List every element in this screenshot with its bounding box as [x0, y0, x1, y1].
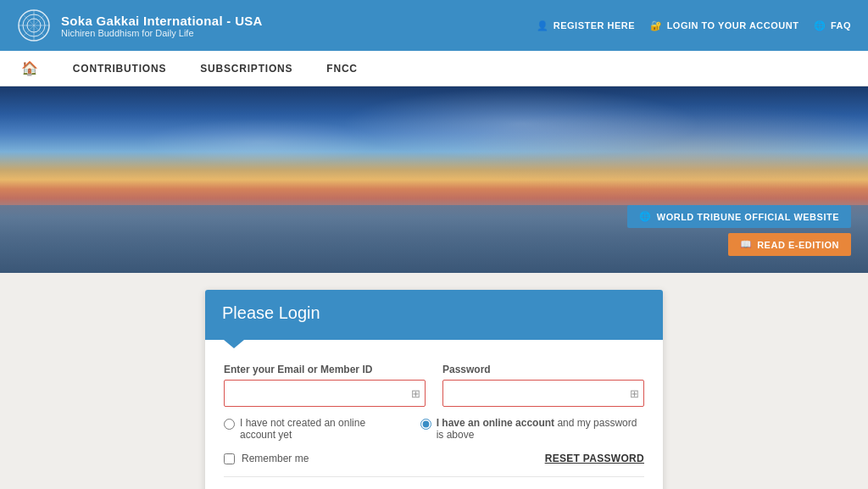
password-input[interactable] [442, 380, 644, 407]
register-label: REGISTER HERE [554, 20, 635, 31]
nav-fncc[interactable]: FNCC [322, 53, 362, 85]
world-tribune-button[interactable]: 🌐 WORLD TRIBUNE OFFICIAL WEBSITE [627, 205, 851, 228]
no-account-option[interactable]: I have not created an online account yet [224, 417, 395, 441]
login-title: Please Login [222, 303, 646, 323]
world-tribune-label: WORLD TRIBUNE OFFICIAL WEBSITE [657, 212, 839, 222]
email-label: Enter your Email or Member ID [224, 364, 426, 375]
globe-small-icon: 🌐 [639, 211, 652, 222]
org-subtitle: Nichiren Buddhism for Daily Life [61, 28, 263, 38]
login-card-header: Please Login [205, 290, 663, 340]
account-status-group: I have not created an online account yet… [224, 417, 644, 441]
login-link[interactable]: 🔐 LOGIN TO YOUR ACCOUNT [650, 20, 798, 31]
header-left: Soka Gakkai International - USA Nichiren… [17, 8, 263, 42]
read-edition-label: READ E-EDITION [757, 240, 839, 250]
login-icon: 🔐 [650, 20, 663, 31]
book-icon: 📖 [740, 239, 753, 250]
login-label: LOGIN TO YOUR ACCOUNT [667, 20, 799, 31]
no-account-radio[interactable] [224, 419, 235, 430]
header: Soka Gakkai International - USA Nichiren… [0, 0, 868, 51]
remember-me-label[interactable]: Remember me [242, 453, 309, 464]
password-label: Password [442, 364, 644, 375]
reset-password-link[interactable]: RESET PASSWORD [545, 453, 644, 464]
remember-me-checkbox[interactable] [224, 453, 235, 464]
faq-link[interactable]: 🌐 FAQ [814, 20, 851, 31]
has-account-option[interactable]: I have an online account and my password… [420, 417, 644, 441]
org-title: Soka Gakkai International - USA Nichiren… [61, 14, 263, 38]
hero-image: 🌐 WORLD TRIBUNE OFFICIAL WEBSITE 📖 READ … [0, 86, 868, 273]
login-body: Enter your Email or Member ID ⊞ Password… [205, 340, 663, 489]
remember-reset-row: Remember me RESET PASSWORD [224, 453, 644, 477]
main-content: Please Login Enter your Email or Member … [0, 273, 868, 489]
no-account-label: I have not created an online account yet [240, 417, 395, 441]
nav-subscriptions[interactable]: SUBSCRIPTIONS [196, 53, 297, 85]
has-account-label: I have an online account and my password… [437, 417, 644, 441]
email-input[interactable] [224, 380, 426, 407]
nav-home[interactable]: 🏠 [17, 50, 43, 86]
faq-label: FAQ [831, 20, 851, 31]
read-edition-button[interactable]: 📖 READ E-EDITION [728, 233, 851, 256]
password-group: Password ⊞ [442, 364, 644, 407]
nav-contributions[interactable]: CONTRIBUTIONS [69, 53, 170, 85]
login-card: Please Login Enter your Email or Member … [205, 290, 663, 489]
password-input-wrapper: ⊞ [442, 380, 644, 407]
credentials-row: Enter your Email or Member ID ⊞ Password… [224, 364, 644, 407]
main-nav: 🏠 CONTRIBUTIONS SUBSCRIPTIONS FNCC [0, 51, 868, 86]
person-icon: 👤 [537, 20, 549, 31]
logo-icon [17, 8, 51, 42]
remember-me-group: Remember me [224, 453, 309, 464]
header-nav: 👤 REGISTER HERE 🔐 LOGIN TO YOUR ACCOUNT … [537, 20, 851, 31]
email-icon: ⊞ [411, 387, 420, 400]
globe-icon: 🌐 [814, 20, 826, 31]
has-account-radio[interactable] [420, 419, 431, 430]
register-link[interactable]: 👤 REGISTER HERE [537, 20, 635, 31]
org-name: Soka Gakkai International - USA [61, 14, 263, 28]
hero-buttons: 🌐 WORLD TRIBUNE OFFICIAL WEBSITE 📖 READ … [627, 205, 851, 256]
password-icon: ⊞ [630, 387, 639, 400]
email-group: Enter your Email or Member ID ⊞ [224, 364, 426, 407]
email-input-wrapper: ⊞ [224, 380, 426, 407]
